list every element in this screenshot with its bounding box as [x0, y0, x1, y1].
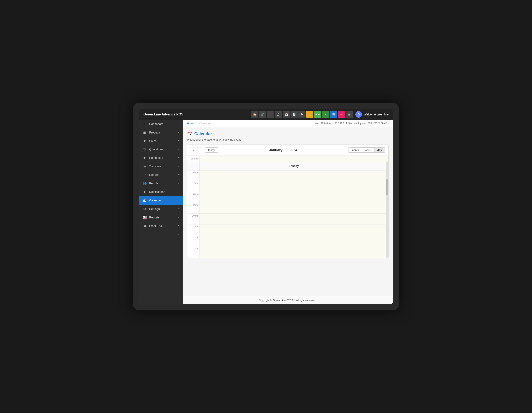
sidebar-item-sales[interactable]: ♥ Sales ▾	[139, 137, 183, 145]
day-time-slot-11am[interactable]	[200, 224, 386, 235]
sidebar-item-label: Front End	[149, 224, 162, 228]
all-day-content[interactable]	[200, 156, 388, 162]
time-slot-8am: 8am	[187, 192, 200, 203]
cal-next-button[interactable]: ›	[197, 147, 203, 153]
menu-icon[interactable]: ☰	[330, 111, 337, 118]
page-title: Calendar	[194, 131, 212, 136]
sidebar-item-calendar[interactable]: 📅 Calendar	[139, 196, 183, 205]
time-slot-2pm: 2pm	[187, 257, 200, 258]
sidebar-item-people[interactable]: 👥 People ▾	[139, 179, 183, 188]
check-icon[interactable]: ✓	[322, 111, 329, 118]
breadcrumb-home[interactable]: Home	[187, 122, 194, 125]
sidebar-item-notifications[interactable]: ℹ Notifications	[139, 188, 183, 196]
footer-company: Green Line IT	[273, 299, 289, 302]
sidebar-collapse-button[interactable]: «	[139, 230, 183, 239]
sidebar-item-label: Calendar	[149, 199, 161, 202]
flag-icon[interactable]: ⚑	[298, 111, 305, 118]
day-time-slot-10am[interactable]	[200, 214, 386, 224]
scrollbar-thumb[interactable]	[386, 179, 388, 195]
collapse-icon: «	[178, 232, 180, 236]
sidebar-item-returns[interactable]: ↩ Returns ▾	[139, 171, 183, 179]
day-slots[interactable]	[200, 170, 386, 258]
sales-icon: ♥	[142, 139, 147, 143]
chevron-down-icon: ▾	[178, 208, 180, 210]
avatar: G	[355, 111, 362, 118]
calendar-grid[interactable]: 6am 7am 8am 9am 10am 11am 12pm 1pm 2pm 3…	[187, 170, 388, 258]
notifications-icon: ℹ	[142, 190, 147, 194]
calendar-top-icon[interactable]: 📅	[283, 111, 290, 118]
chevron-down-icon: ▾	[178, 156, 180, 159]
sidebar-item-label: Settings	[149, 207, 160, 211]
scrollbar-track[interactable]	[386, 170, 388, 258]
purchases-icon: ★	[142, 156, 147, 160]
day-time-slot-8am[interactable]	[200, 192, 386, 203]
sidebar-item-label: Purchases	[149, 156, 163, 159]
all-day-row: all-day	[187, 156, 388, 162]
sidebar-item-label: Transfers	[149, 165, 162, 168]
time-slot-9am: 9am	[187, 203, 200, 214]
sidebar-item-label: Sales	[149, 139, 156, 143]
cal-view-day[interactable]: day	[374, 148, 385, 152]
receipt-icon[interactable]: 🖨	[275, 111, 282, 118]
chevron-down-icon: ▾	[178, 224, 180, 227]
day-time-slot-1pm[interactable]	[200, 246, 386, 257]
time-column: 6am 7am 8am 9am 10am 11am 12pm 1pm 2pm 3…	[187, 170, 200, 258]
day-time-slot-7am[interactable]	[200, 181, 386, 192]
share-icon[interactable]: ⇄	[267, 111, 274, 118]
time-slot-1pm: 1pm	[187, 246, 200, 257]
clipboard-icon[interactable]: 📋	[291, 111, 298, 118]
sidebar-item-label: Returns	[149, 173, 159, 176]
store-icon[interactable]: 🏠	[251, 111, 258, 118]
sidebar-item-dashboard[interactable]: ⊞ Dashboard	[139, 120, 183, 128]
chevron-down-icon: ▾	[178, 165, 180, 168]
sidebar-item-purchases[interactable]: ★ Purchases ▾	[139, 154, 183, 162]
day-header-row: Tuesday	[187, 162, 388, 170]
dashboard-icon: ⊞	[142, 122, 147, 126]
pos-button[interactable]: POS	[314, 111, 321, 118]
time-slot-12pm: 12pm	[187, 235, 200, 246]
user-badge[interactable]: G Welcome greenline	[355, 111, 389, 118]
chevron-down-icon: ▾	[178, 174, 180, 176]
grid-icon[interactable]: ⊞	[346, 111, 353, 118]
sidebar-item-products[interactable]: ▦ Products ▾	[139, 128, 183, 137]
sidebar-item-reports[interactable]: 📊 Reports ▾	[139, 213, 183, 222]
breadcrumb-separator: /	[196, 122, 197, 125]
breadcrumb: Home / Calendar	[187, 122, 211, 125]
cal-prev-button[interactable]: ‹	[190, 147, 196, 153]
cal-view-week[interactable]: week	[362, 148, 374, 152]
sidebar-item-settings[interactable]: ⚙ Settings ▾	[139, 205, 183, 213]
sidebar-item-label: People	[149, 182, 158, 185]
scrollbar-placeholder	[386, 162, 388, 170]
sidebar-item-quotations[interactable]: ♡ Quotations ▾	[139, 145, 183, 154]
sidebar-item-label: Dashboard	[149, 122, 163, 126]
ip-info: Your IP Address 123.231.111.46 ( Last lo…	[315, 122, 389, 125]
transfers-icon: ⇌	[142, 165, 147, 168]
calendar-container: ‹ › today January 30, 2024 month week da…	[187, 145, 389, 258]
cart-icon[interactable]: 🛒	[259, 111, 266, 118]
settings-icon: ⚙	[142, 207, 147, 211]
alert-icon[interactable]: ⚠	[306, 111, 314, 118]
day-time-slot-6am[interactable]	[200, 170, 386, 181]
chevron-down-icon: ▾	[178, 139, 180, 142]
app-title: Green Line Advance POS	[143, 112, 183, 116]
calendar-page-icon: 📅	[187, 131, 192, 137]
breadcrumb-current: Calendar	[199, 122, 210, 125]
edit-icon[interactable]: ✏	[338, 111, 345, 118]
top-icons: 🏠 🛒 ⇄ 🖨 📅 📋 ⚑ ⚠ POS ✓ ☰ ✏ ⊞ G Welcome gr…	[251, 111, 389, 118]
day-time-slot-12pm[interactable]	[200, 235, 386, 246]
sidebar-item-label: Products	[149, 131, 161, 134]
sidebar-item-transfers[interactable]: ⇌ Transfers ▾	[139, 162, 183, 171]
main-layout: ⊞ Dashboard ▦ Products ▾ ♥ Sales ▾ ♡ Quo…	[139, 120, 393, 304]
cal-view-month[interactable]: month	[349, 148, 362, 152]
time-slot-7am: 7am	[187, 181, 200, 192]
time-slot-6am: 6am	[187, 170, 200, 181]
cal-nav: ‹ ›	[190, 147, 203, 153]
sidebar-item-frontend[interactable]: 🖥 Front End ▾	[139, 222, 183, 230]
day-time-slot-9am[interactable]	[200, 203, 386, 214]
time-col-header	[187, 162, 200, 170]
all-day-label: all-day	[187, 156, 200, 162]
day-time-slot-2pm[interactable]	[200, 257, 386, 258]
returns-icon: ↩	[142, 173, 147, 177]
frontend-icon: 🖥	[142, 224, 147, 228]
cal-today-button[interactable]: today	[205, 147, 218, 153]
